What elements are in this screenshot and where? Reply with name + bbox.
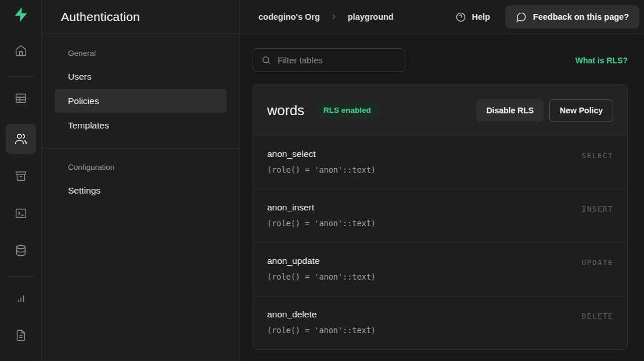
help-label: Help (472, 12, 490, 22)
rail-divider (8, 276, 34, 277)
sql-editor-icon[interactable] (9, 202, 33, 225)
feedback-label: Feedback on this page? (533, 12, 629, 22)
policy-definition: (role() = 'anon'::text) (267, 272, 376, 281)
policy-command-badge: UPDATE (582, 258, 613, 267)
policy-command-badge: DELETE (582, 312, 613, 320)
home-icon[interactable] (9, 39, 33, 62)
what-is-rls-link[interactable]: What is RLS? (575, 56, 628, 65)
policies-content: What is RLS? words RLS enabled Disable R… (240, 34, 644, 350)
feedback-button[interactable]: Feedback on this page? (505, 5, 639, 28)
policy-name: anon_select (267, 149, 376, 159)
icon-rail (0, 0, 42, 361)
supabase-logo[interactable] (0, 0, 41, 29)
storage-icon[interactable] (9, 165, 33, 188)
speech-bubble-icon (516, 12, 527, 23)
database-icon[interactable] (9, 239, 33, 262)
table-card-header: words RLS enabled Disable RLS New Policy (253, 85, 627, 135)
reports-icon[interactable] (9, 287, 33, 310)
supabase-bolt-icon (13, 6, 29, 23)
policy-row-anon-delete[interactable]: anon_delete (role() = 'anon'::text) DELE… (253, 296, 627, 349)
new-policy-button[interactable]: New Policy (549, 99, 613, 121)
policy-row-anon-update[interactable]: anon_update (role() = 'anon'::text) UPDA… (253, 242, 627, 296)
header-right: Help Feedback on this page? (455, 5, 639, 28)
nav-section-header-general: General (55, 49, 226, 58)
sidebar-header: Authentication (42, 0, 239, 34)
rls-enabled-badge: RLS enabled (315, 102, 380, 119)
filter-input-wrap (253, 48, 405, 72)
policy-definition: (role() = 'anon'::text) (267, 219, 376, 228)
top-header: codegino's Org playground Help Feedback … (240, 0, 644, 34)
help-circle-icon (455, 12, 466, 23)
breadcrumb-org[interactable]: codegino's Org (258, 12, 320, 22)
policy-name: anon_delete (267, 309, 376, 320)
app-root: Authentication General Users Policies Te… (0, 0, 644, 361)
table-policies-card: words RLS enabled Disable RLS New Policy… (253, 84, 628, 350)
policy-definition: (role() = 'anon'::text) (267, 165, 376, 174)
sidebar-item-users[interactable]: Users (55, 65, 226, 88)
sidebar-item-templates[interactable]: Templates (55, 113, 226, 137)
nav-section-header-configuration: Configuration (55, 163, 226, 171)
policy-command-badge: SELECT (582, 151, 613, 160)
auth-users-icon[interactable] (6, 124, 36, 154)
breadcrumb-project[interactable]: playground (348, 12, 394, 22)
disable-rls-button[interactable]: Disable RLS (476, 99, 544, 121)
sidebar-item-settings[interactable]: Settings (55, 178, 226, 202)
filter-row: What is RLS? (253, 48, 636, 72)
product-sidebar: Authentication General Users Policies Te… (42, 0, 240, 361)
policy-row-anon-select[interactable]: anon_select (role() = 'anon'::text) SELE… (253, 135, 627, 189)
logs-icon[interactable] (9, 324, 33, 347)
filter-tables-input[interactable] (253, 48, 405, 72)
sidebar-item-policies[interactable]: Policies (55, 89, 226, 113)
help-button[interactable]: Help (455, 12, 490, 23)
main-panel: codegino's Org playground Help Feedback … (240, 0, 644, 361)
rail-divider (8, 76, 34, 77)
policy-name: anon_insert (267, 202, 376, 213)
table-editor-icon[interactable] (9, 87, 33, 110)
page-title: Authentication (61, 10, 140, 24)
sidebar-nav: General Users Policies Templates Configu… (42, 34, 239, 203)
breadcrumb: codegino's Org playground (258, 12, 394, 22)
policy-command-badge: INSERT (582, 205, 613, 213)
chevron-right-icon (330, 13, 338, 21)
policy-name: anon_update (267, 256, 376, 266)
rail-nav (0, 29, 41, 361)
sidebar-divider (42, 148, 239, 149)
policy-definition: (role() = 'anon'::text) (267, 326, 376, 335)
policy-row-anon-insert[interactable]: anon_insert (role() = 'anon'::text) INSE… (253, 189, 627, 242)
table-name: words (267, 102, 304, 119)
